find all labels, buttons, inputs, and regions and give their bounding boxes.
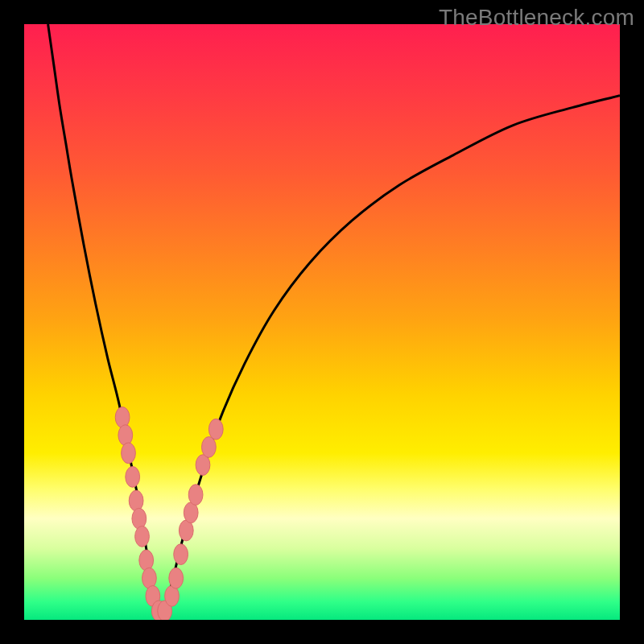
- curve-marker: [132, 508, 147, 529]
- curve-markers: [115, 407, 223, 620]
- curve-marker: [122, 443, 136, 464]
- chart-root: TheBottleneck.com: [0, 0, 644, 644]
- curve-marker: [129, 490, 143, 511]
- curve-marker: [174, 544, 188, 565]
- curve-marker: [139, 550, 154, 571]
- curve-marker: [126, 467, 140, 488]
- curve-layer: [24, 24, 620, 620]
- curve-marker: [115, 407, 130, 428]
- curve-marker: [202, 437, 217, 458]
- plot-area: [24, 24, 620, 620]
- watermark-text: TheBottleneck.com: [439, 5, 634, 31]
- curve-marker: [142, 568, 157, 588]
- curve-marker: [118, 425, 133, 446]
- curve-marker: [208, 419, 223, 440]
- curve-marker: [188, 485, 203, 506]
- curve-marker: [169, 568, 184, 588]
- curve-marker: [135, 526, 150, 547]
